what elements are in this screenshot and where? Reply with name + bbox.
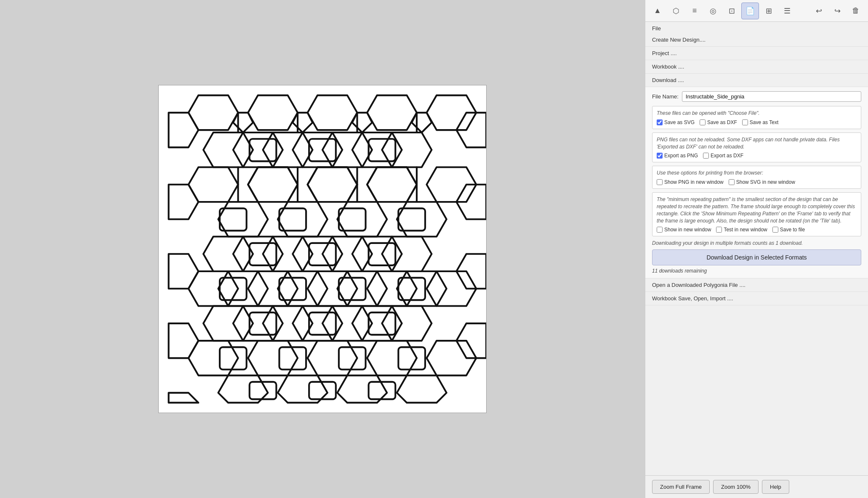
download-design-btn[interactable]: Download Design in Selected Formats	[652, 249, 861, 265]
save-svg-label-text: Save as SVG	[664, 119, 695, 125]
frame-tool-btn[interactable]: ⊡	[723, 3, 740, 19]
save-dxf-checkbox[interactable]	[700, 119, 706, 125]
file-name-label: File Name:	[652, 93, 679, 100]
pattern-svg	[159, 85, 486, 413]
trash-btn[interactable]: 🗑	[847, 3, 865, 19]
option-box-2: PNG files can not be reloaded. Some DXF …	[652, 132, 861, 163]
show-png-window-label[interactable]: Show PNG in new window	[657, 179, 724, 185]
export-dxf-checkbox[interactable]	[703, 153, 709, 159]
save-svg-label[interactable]: Save as SVG	[657, 119, 695, 125]
show-svg-window-label-text: Show SVG in new window	[736, 179, 795, 185]
menu-panel: File Create New Design.... Project .... …	[645, 22, 868, 475]
download-item[interactable]: Download ....	[645, 74, 868, 87]
export-png-label[interactable]: Export as PNG	[657, 153, 698, 159]
show-png-window-label-text: Show PNG in new window	[664, 179, 724, 185]
option1-checkboxes: Save as SVG Save as DXF Save as Text	[657, 119, 857, 125]
file-name-row: File Name:	[652, 91, 861, 102]
test-new-window-checkbox[interactable]	[716, 227, 722, 233]
option4-checkboxes: Show in new window Test in new window Sa…	[657, 227, 857, 233]
undo-btn[interactable]: ↩	[810, 3, 828, 19]
show-svg-window-checkbox[interactable]	[729, 179, 735, 185]
option-box-3: Use these options for printing from the …	[652, 166, 861, 189]
zoom-full-frame-btn[interactable]: Zoom Full Frame	[652, 480, 710, 494]
project-item[interactable]: Project ....	[645, 47, 868, 60]
save-text-checkbox[interactable]	[742, 119, 748, 125]
option3-description: Use these options for printing from the …	[657, 170, 857, 177]
export-png-label-text: Export as PNG	[664, 153, 698, 159]
save-to-file-checkbox[interactable]	[772, 227, 778, 233]
save-dxf-label[interactable]: Save as DXF	[700, 119, 737, 125]
redo-btn[interactable]: ↪	[828, 3, 846, 19]
download-info: Downloading your design in multiple form…	[652, 240, 861, 247]
export-dxf-label[interactable]: Export as DXF	[703, 153, 743, 159]
triangle-tool-btn[interactable]: ▲	[649, 3, 666, 19]
option1-description: These files can be opened with "Choose F…	[657, 110, 857, 117]
show-new-window-checkbox[interactable]	[657, 227, 663, 233]
file-section-title: File	[645, 22, 868, 33]
list-tool-btn[interactable]: ☰	[778, 3, 796, 19]
option2-checkboxes: Export as PNG Export as DXF	[657, 153, 857, 159]
option-box-4: The "minimum repeating pattern" is the s…	[652, 192, 861, 236]
design-canvas	[158, 85, 487, 413]
option3-checkboxes: Show PNG in new window Show SVG in new w…	[657, 179, 857, 185]
lines-tool-btn[interactable]: ≡	[686, 3, 703, 19]
option4-description: The "minimum repeating pattern" is the s…	[657, 196, 857, 224]
circle-tool-btn[interactable]: ◎	[704, 3, 722, 19]
open-polygonia-item[interactable]: Open a Downloaded Polygonia File ....	[645, 278, 868, 292]
export-dxf-label-text: Export as DXF	[711, 153, 743, 159]
bottom-bar: Zoom Full Frame Zoom 100% Help	[645, 475, 868, 498]
create-new-design-item[interactable]: Create New Design....	[645, 33, 868, 47]
help-btn[interactable]: Help	[762, 480, 789, 494]
save-dxf-label-text: Save as DXF	[707, 119, 737, 125]
test-new-window-label-text: Test in new window	[724, 227, 767, 233]
file-tool-btn[interactable]: 📄	[741, 3, 759, 19]
downloads-remaining: 11 downloads remaining	[652, 268, 861, 274]
save-text-label[interactable]: Save as Text	[742, 119, 778, 125]
svg-rect-0	[159, 85, 486, 413]
option2-description: PNG files can not be reloaded. Some DXF …	[657, 136, 857, 151]
workbook-item[interactable]: Workbook ....	[645, 60, 868, 74]
file-name-input[interactable]	[682, 91, 861, 102]
show-png-window-checkbox[interactable]	[657, 179, 663, 185]
grid-tool-btn[interactable]: ⊞	[760, 3, 777, 19]
save-to-file-label-text: Save to file	[780, 227, 805, 233]
save-text-label-text: Save as Text	[750, 119, 778, 125]
right-panel: ▲ ⬡ ≡ ◎ ⊡ 📄 ⊞ ☰ ↩ ↪ 🗑 File Create New De…	[645, 0, 868, 498]
zoom-100-btn[interactable]: Zoom 100%	[713, 480, 759, 494]
export-png-checkbox[interactable]	[657, 153, 663, 159]
test-new-window-label[interactable]: Test in new window	[716, 227, 767, 233]
option-box-1: These files can be opened with "Choose F…	[652, 106, 861, 129]
workbook-save-item[interactable]: Workbook Save, Open, Import ....	[645, 292, 868, 305]
show-new-window-label-text: Show in new window	[664, 227, 711, 233]
show-svg-window-label[interactable]: Show SVG in new window	[729, 179, 795, 185]
toolbar: ▲ ⬡ ≡ ◎ ⊡ 📄 ⊞ ☰ ↩ ↪ 🗑	[645, 0, 868, 22]
shape-tool-btn[interactable]: ⬡	[667, 3, 685, 19]
save-svg-checkbox[interactable]	[657, 119, 663, 125]
download-section: File Name: These files can be opened wit…	[645, 87, 868, 278]
show-new-window-label[interactable]: Show in new window	[657, 227, 711, 233]
canvas-area	[0, 0, 645, 498]
save-to-file-label[interactable]: Save to file	[772, 227, 805, 233]
